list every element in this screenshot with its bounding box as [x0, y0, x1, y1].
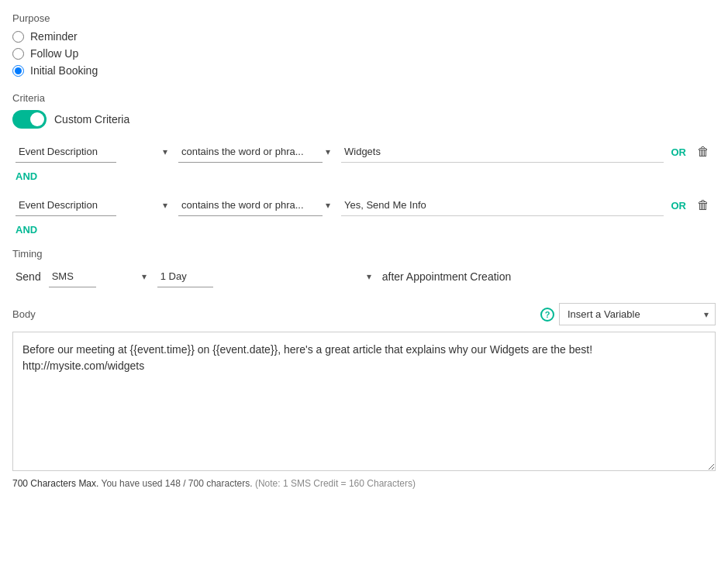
criteria-value-input-2[interactable] [341, 194, 664, 216]
criteria-header: Custom Criteria [12, 110, 716, 129]
condition-select-wrapper-1: contains the word or phra... [178, 141, 333, 163]
custom-criteria-toggle[interactable] [12, 110, 47, 129]
field-select-wrapper-2: Event Description [16, 194, 171, 216]
timing-label: Timing [12, 248, 716, 260]
radio-initial-booking-input[interactable] [12, 65, 24, 77]
criteria-row-2: Event Description contains the word or p… [12, 194, 716, 216]
criteria-row-1: Event Description contains the word or p… [12, 141, 716, 163]
purpose-radio-group: Reminder Follow Up Initial Booking [12, 30, 716, 77]
radio-reminder-input[interactable] [12, 31, 24, 43]
send-label: Send [16, 270, 41, 283]
body-section: Body ? Insert a Variable {{event.time}} … [12, 303, 716, 489]
purpose-label: Purpose [12, 12, 716, 24]
field-select-2[interactable]: Event Description [16, 194, 116, 216]
help-icon[interactable]: ? [540, 308, 554, 322]
body-label: Body [12, 308, 36, 320]
condition-select-1[interactable]: contains the word or phra... [178, 141, 323, 163]
char-count: 700 Characters Max. You have used 148 / … [12, 478, 716, 489]
variable-select-wrapper: Insert a Variable {{event.time}} {{event… [559, 303, 716, 325]
condition-select-2[interactable]: contains the word or phra... [178, 194, 323, 216]
body-right: ? Insert a Variable {{event.time}} {{eve… [540, 303, 716, 325]
variable-select[interactable]: Insert a Variable {{event.time}} {{event… [560, 304, 715, 325]
custom-criteria-label: Custom Criteria [54, 113, 129, 126]
timing-row: Send SMS Email 1 Day 2 Days 3 Days 1 Wee… [12, 266, 716, 287]
criteria-section: Criteria Custom Criteria Event Descripti… [12, 92, 716, 236]
toggle-slider [12, 110, 47, 129]
body-header: Body ? Insert a Variable {{event.time}} … [12, 303, 716, 325]
char-used: You have used 148 / 700 characters. [102, 478, 253, 489]
duration-select-wrapper: 1 Day 2 Days 3 Days 1 Week [157, 266, 374, 287]
channel-select-wrapper: SMS Email [49, 266, 150, 287]
body-textarea[interactable]: Before our meeting at {{event.time}} on … [12, 332, 716, 471]
radio-follow-up[interactable]: Follow Up [12, 47, 716, 60]
char-max: 700 Characters Max. [12, 478, 98, 489]
radio-initial-booking[interactable]: Initial Booking [12, 64, 716, 77]
channel-select[interactable]: SMS Email [49, 266, 96, 287]
radio-reminder[interactable]: Reminder [12, 30, 716, 43]
radio-follow-up-input[interactable] [12, 48, 24, 60]
condition-select-wrapper-2: contains the word or phra... [178, 194, 333, 216]
radio-reminder-label: Reminder [30, 30, 78, 43]
or-label-2: OR [671, 200, 687, 212]
char-note: (Note: 1 SMS Credit = 160 Characters) [255, 478, 416, 489]
field-select-1[interactable]: Event Description [16, 141, 116, 163]
criteria-value-input-1[interactable] [341, 141, 664, 163]
delete-icon-1[interactable]: 🗑 [694, 143, 712, 160]
radio-initial-booking-label: Initial Booking [30, 64, 98, 77]
radio-follow-up-label: Follow Up [30, 47, 78, 60]
duration-select[interactable]: 1 Day 2 Days 3 Days 1 Week [157, 266, 213, 287]
after-text: after Appointment Creation [382, 270, 512, 283]
and-label-2[interactable]: AND [16, 224, 712, 236]
timing-section: Timing Send SMS Email 1 Day 2 Days 3 Day… [12, 248, 716, 287]
purpose-section: Purpose Reminder Follow Up Initial Booki… [12, 12, 716, 77]
field-select-wrapper-1: Event Description [16, 141, 171, 163]
and-label-1[interactable]: AND [16, 170, 712, 182]
or-label-1: OR [671, 146, 687, 158]
criteria-label: Criteria [12, 92, 716, 104]
delete-icon-2[interactable]: 🗑 [694, 197, 712, 214]
